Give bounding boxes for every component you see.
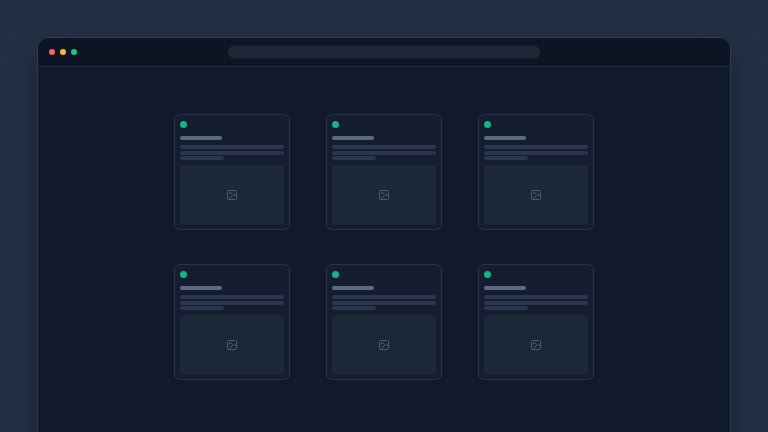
image-icon [378, 189, 390, 201]
page-content [38, 114, 730, 432]
image-placeholder [180, 165, 284, 225]
skeleton-card[interactable] [174, 114, 290, 230]
status-dot [332, 121, 339, 128]
image-icon [530, 339, 542, 351]
image-placeholder [332, 315, 436, 375]
skeleton-text-line [484, 151, 588, 155]
skeleton-title-bar [484, 136, 526, 140]
image-icon [530, 189, 542, 201]
status-dot [180, 271, 187, 278]
skeleton-text-line [332, 145, 436, 149]
skeleton-card[interactable] [326, 264, 442, 380]
image-placeholder [180, 315, 284, 375]
status-dot [332, 271, 339, 278]
skeleton-text-line-short [332, 306, 376, 310]
image-placeholder [332, 165, 436, 225]
skeleton-text-line-short [180, 306, 224, 310]
skeleton-text-line [180, 145, 284, 149]
skeleton-card[interactable] [174, 264, 290, 380]
minimize-window-button[interactable] [60, 49, 66, 55]
address-bar[interactable] [228, 46, 540, 59]
skeleton-title-bar [484, 286, 526, 290]
skeleton-title-bar [180, 136, 222, 140]
zoom-window-button[interactable] [71, 49, 77, 55]
status-dot [180, 121, 187, 128]
skeleton-title-bar [332, 286, 374, 290]
browser-window [37, 37, 731, 432]
browser-titlebar [38, 38, 730, 67]
skeleton-text-line [484, 295, 588, 299]
skeleton-text-line [180, 295, 284, 299]
skeleton-title-bar [180, 286, 222, 290]
skeleton-card[interactable] [326, 114, 442, 230]
skeleton-title-bar [332, 136, 374, 140]
image-placeholder [484, 315, 588, 375]
skeleton-text-line [332, 151, 436, 155]
status-dot [484, 271, 491, 278]
status-dot [484, 121, 491, 128]
skeleton-card[interactable] [478, 264, 594, 380]
skeleton-text-line-short [484, 156, 528, 160]
image-icon [226, 339, 238, 351]
image-icon [226, 189, 238, 201]
skeleton-text-line [484, 145, 588, 149]
skeleton-text-line [180, 151, 284, 155]
skeleton-text-line-short [484, 306, 528, 310]
skeleton-text-line [484, 301, 588, 305]
skeleton-text-line-short [332, 156, 376, 160]
desktop-background [0, 0, 768, 432]
skeleton-text-line-short [180, 156, 224, 160]
skeleton-text-line [332, 295, 436, 299]
close-window-button[interactable] [49, 49, 55, 55]
skeleton-text-line [180, 301, 284, 305]
card-grid [174, 114, 594, 380]
skeleton-text-line [332, 301, 436, 305]
image-placeholder [484, 165, 588, 225]
window-controls [49, 38, 77, 66]
skeleton-card[interactable] [478, 114, 594, 230]
image-icon [378, 339, 390, 351]
